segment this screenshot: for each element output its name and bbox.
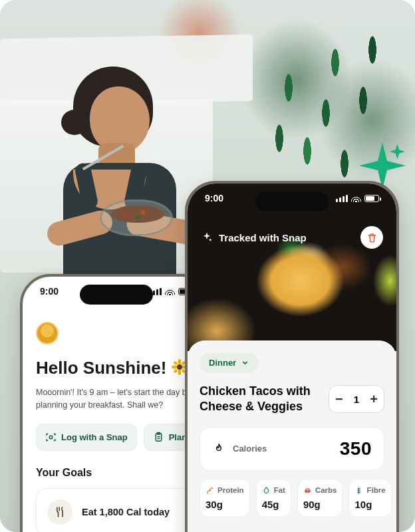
marketing-stage: 9:00 Hello Sunshine! Mooornin'! It's 9 a… [0, 0, 415, 532]
macro-value: 45g [262, 499, 285, 510]
greeting-text: Hello Sunshine! [36, 358, 166, 378]
delete-button[interactable] [360, 226, 383, 249]
svg-point-7 [173, 368, 178, 373]
greeting-subtitle: Mooornin'! It's 9 am – let's start the d… [36, 386, 197, 412]
camera-icon [45, 432, 57, 443]
sparkle-icon [201, 231, 213, 243]
calories-label: Calories [233, 444, 267, 454]
svg-point-5 [173, 360, 178, 365]
goals-heading: Your Goals [36, 467, 197, 479]
svg-point-1 [178, 359, 181, 364]
macro-label: Fibre [366, 486, 385, 494]
goal-card-calories[interactable]: Eat 1,800 Cal today [36, 488, 197, 533]
clipboard-icon [153, 432, 164, 443]
macro-label: Fat [274, 486, 285, 494]
cellular-icon [336, 195, 348, 202]
increment-button[interactable]: + [364, 386, 384, 412]
detail-sheet: Dinner Chicken Tacos with Cheese & Veggi… [188, 340, 396, 532]
svg-point-2 [178, 370, 181, 375]
notch [80, 285, 153, 305]
phone-food-detail: 9:00 Tracked with Snap Dinner [185, 181, 399, 532]
calories-value: 350 [340, 438, 372, 460]
calories-card: Calories 350 [200, 427, 384, 471]
macro-carbs: Carbs 90g [297, 479, 343, 517]
goal-text: Eat 1,800 Cal today [82, 507, 170, 517]
quick-actions: Log with a Snap Plan [36, 424, 197, 451]
macro-fat: Fat 45g [256, 479, 291, 517]
button-label: Log with a Snap [61, 432, 128, 442]
greeting-title: Hello Sunshine! [36, 358, 197, 380]
battery-icon [364, 195, 379, 202]
macro-protein: Protein 30g [200, 479, 250, 517]
quantity-value: 1 [349, 394, 364, 405]
protein-icon [206, 486, 214, 495]
header-label: Tracked with Snap [219, 232, 307, 243]
macro-label: Carbs [315, 486, 337, 494]
droplet-icon [262, 486, 271, 495]
salad-bowl [100, 200, 173, 236]
macro-value: 30g [206, 499, 244, 510]
svg-point-9 [49, 436, 53, 439]
macro-value: 10g [354, 499, 385, 510]
meal-selector[interactable]: Dinner [200, 352, 259, 373]
macro-label: Protein [217, 486, 244, 494]
meal-label: Dinner [209, 358, 236, 368]
trash-icon [366, 232, 378, 243]
status-time: 9:00 [205, 193, 223, 203]
phone-home-screen: 9:00 Hello Sunshine! Mooornin'! It's 9 a… [20, 274, 213, 532]
decrement-button[interactable]: − [329, 386, 349, 412]
dish-name: Chicken Tacos with Cheese & Veggies [200, 384, 319, 415]
macro-value: 90g [303, 499, 337, 510]
status-time: 9:00 [40, 286, 59, 297]
svg-point-0 [177, 364, 182, 370]
macro-fibre: Fibre 10g [348, 479, 391, 517]
chevron-down-icon [241, 358, 249, 367]
log-with-snap-button[interactable]: Log with a Snap [36, 424, 137, 451]
utensils-icon [47, 499, 72, 525]
wifi-icon [351, 195, 361, 202]
wheat-icon [354, 486, 363, 495]
notch [255, 192, 329, 211]
svg-point-3 [172, 366, 177, 369]
detail-header: Tracked with Snap [188, 223, 396, 251]
quantity-stepper: − 1 + [329, 385, 384, 413]
wifi-icon [165, 288, 175, 295]
macros-row: Protein 30g Fat 45g Carbs 90g Fibre 10g [200, 479, 384, 517]
avatar[interactable] [36, 322, 59, 344]
carbs-icon [303, 486, 312, 495]
status-icons [336, 195, 379, 202]
flame-icon [212, 442, 225, 456]
